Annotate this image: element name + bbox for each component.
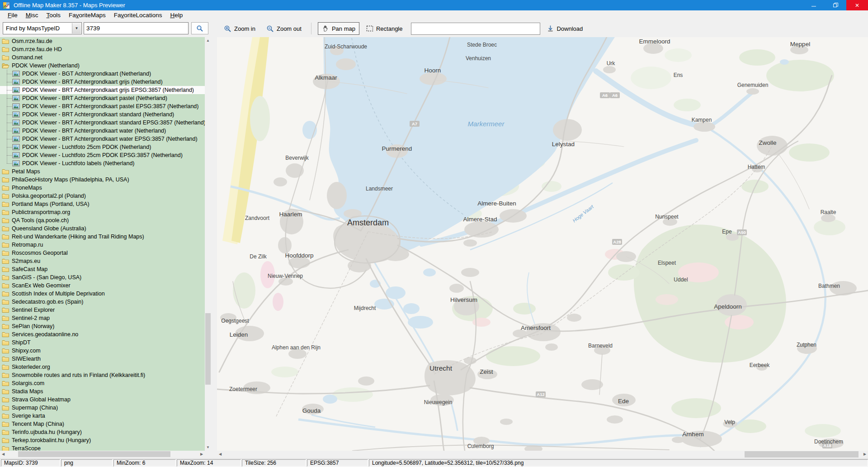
download-button[interactable]: Download (543, 22, 587, 35)
list-item[interactable]: SafeCast Map (0, 265, 205, 273)
tree-vscroll-thumb[interactable] (205, 313, 211, 385)
list-item[interactable]: Reit-und Wanderkarte (Hiking and Trail R… (0, 233, 205, 241)
list-item[interactable]: Osm.rrze.fau.de HD (0, 45, 205, 53)
tree-hscroll-thumb[interactable] (18, 451, 170, 457)
folder-icon (2, 372, 9, 378)
minimize-button[interactable] (803, 0, 825, 10)
find-mode-select[interactable]: Find by MapsTypeID ▼ (3, 22, 82, 34)
list-item[interactable]: PDOK Viewer - BGT Achtergrondkaart (Neth… (0, 70, 205, 78)
list-item[interactable]: Strava Global Heatmap (0, 396, 205, 404)
list-item[interactable]: PhoneMaps (0, 184, 205, 192)
list-item[interactable]: Supermap (China) (0, 404, 205, 412)
list-item[interactable]: Osmand.net (0, 53, 205, 62)
scroll-up-icon[interactable]: ▲ (205, 37, 211, 44)
list-item[interactable]: Queensland Globe (Australia) (0, 224, 205, 233)
zoom-in-label: Zoom in (234, 25, 255, 32)
map-scroll-right-icon[interactable]: ▶ (862, 451, 868, 458)
list-item[interactable]: PDOK Viewer - BRT Achtergrondkaart grijs… (0, 86, 205, 94)
list-item[interactable]: Petal Maps (0, 167, 205, 176)
list-item[interactable]: Shipxy.com (0, 347, 205, 355)
list-item[interactable]: Sentinel Explorer (0, 306, 205, 314)
list-item[interactable]: QA Tools (qa.poole.ch) (0, 216, 205, 224)
folder-icon (2, 380, 9, 386)
list-item[interactable]: Stadia Maps (0, 387, 205, 396)
folder-icon (2, 46, 9, 52)
list-item-label: Services.geodataonline.no (12, 331, 78, 338)
list-item[interactable]: PDOK Viewer - BRT Achtergrondkaart water… (0, 135, 205, 143)
list-item[interactable]: Portland Maps (Portland, USA) (0, 200, 205, 208)
rectangle-button[interactable]: Rectangle (362, 23, 407, 35)
list-item[interactable]: SePlan (Norway) (0, 322, 205, 330)
map-viewport[interactable]: A7A6A6A28A50A12A18 Zuid-ScharwoudeStede … (217, 37, 868, 451)
list-item[interactable]: Scottish Index of Multiple Deprivation (0, 290, 205, 298)
toolbar-input[interactable] (411, 23, 540, 35)
scroll-right-icon[interactable]: ▶ (198, 451, 205, 457)
list-item[interactable]: PDOK Viewer - BRT Achtergrondkaart grijs… (0, 78, 205, 86)
tree-vertical-scrollbar[interactable]: ▲ ▼ (205, 37, 211, 451)
menu-item[interactable]: File (4, 11, 22, 19)
list-item[interactable]: SanGIS - (San Diego, USA) (0, 273, 205, 281)
menu-item[interactable]: Tools (42, 11, 65, 19)
list-item[interactable]: ScanEx Web Geomixer (0, 281, 205, 290)
pan-map-button[interactable]: Pan map (318, 22, 359, 35)
map-horizontal-scrollbar[interactable]: ◀ ▶ (217, 451, 868, 458)
search-input[interactable] (84, 22, 189, 34)
list-item[interactable]: ShipDT (0, 338, 205, 347)
list-item[interactable]: Tencent Map (China) (0, 420, 205, 428)
list-item[interactable]: SIWEIearth (0, 355, 205, 363)
list-item[interactable]: Terinfo.ujbuda.hu (Hungary) (0, 428, 205, 436)
search-button[interactable] (191, 22, 208, 34)
scroll-down-icon[interactable]: ▼ (205, 444, 211, 451)
list-item[interactable]: PDOK Viewer - BRT Achtergrondkaart stand… (0, 110, 205, 119)
map-label: Arnhem (682, 431, 703, 438)
map-label: Uddel (674, 276, 688, 283)
tree-connector (7, 123, 12, 123)
list-item[interactable]: Services.geodataonline.no (0, 330, 205, 338)
list-item[interactable]: PDOK Viewer - BRT Achtergrondkaart water… (0, 127, 205, 135)
menu-item[interactable]: FavoriteLocations (110, 11, 166, 19)
menu-item[interactable]: Misc (22, 11, 42, 19)
road-shield: A6 (610, 92, 620, 98)
list-item[interactable]: TerraScope (0, 444, 205, 451)
list-item[interactable]: Skoterleder.org (0, 363, 205, 371)
zoom-out-button[interactable]: Zoom out (262, 22, 306, 35)
title-bar[interactable]: Offline Map Maker 8.357 - Maps Previewer… (0, 0, 868, 10)
list-item[interactable]: Publictransportmap.org (0, 208, 205, 216)
tree-horizontal-scrollbar[interactable]: ◀ ▶ (0, 451, 205, 457)
zoom-in-button[interactable]: Zoom in (220, 22, 259, 35)
list-item[interactable]: Osm.rrze.fau.de (0, 37, 205, 45)
map-layer-icon (12, 144, 20, 150)
panel-splitter[interactable] (211, 17, 217, 438)
list-item[interactable]: Sedecatastro.gob.es (Spain) (0, 298, 205, 306)
folder-icon (2, 242, 9, 248)
list-item[interactable]: Roscosmos Geoportal (0, 249, 205, 257)
maximize-button[interactable] (825, 0, 846, 10)
list-item[interactable]: PDOK Viewer - BRT Achtergrondkaart paste… (0, 94, 205, 102)
map-label: Urk (607, 60, 616, 67)
list-item[interactable]: PhilaGeoHistory Maps (Philadelphia, PA, … (0, 176, 205, 184)
list-item[interactable]: PDOK Viewer - BRT Achtergrondkaart stand… (0, 119, 205, 127)
list-item[interactable]: Sentinel-2 map (0, 314, 205, 322)
scroll-left-icon[interactable]: ◀ (0, 451, 6, 457)
map-canvas[interactable]: A7A6A6A28A50A12A18 Zuid-ScharwoudeStede … (217, 37, 868, 451)
list-item[interactable]: Polska.geoportal2.pl (Poland) (0, 192, 205, 200)
toolbar-separator (311, 23, 311, 34)
list-item[interactable]: Terkep.torokbalint.hu (Hungary) (0, 436, 205, 444)
list-item[interactable]: Retromap.ru (0, 241, 205, 249)
menu-item[interactable]: Help (166, 11, 187, 19)
chevron-down-icon[interactable]: ▼ (72, 23, 81, 33)
menu-item[interactable]: FavoriteMaps (65, 11, 110, 19)
list-item[interactable]: PDOK Viewer - BRT Achtergrondkaart paste… (0, 102, 205, 110)
list-item[interactable]: Snowmobile routes and ruts in Finland (K… (0, 371, 205, 379)
list-item[interactable]: S2maps.eu (0, 257, 205, 265)
list-item[interactable]: PDOK Viewer - Luchtfoto 25cm PDOK (Nethe… (0, 143, 205, 151)
list-item[interactable]: Sverige karta (0, 412, 205, 420)
map-scroll-left-icon[interactable]: ◀ (217, 451, 223, 458)
map-label: Elspeet (658, 260, 676, 266)
list-item[interactable]: Solargis.com (0, 379, 205, 387)
close-button[interactable]: ✕ (846, 0, 868, 10)
list-item[interactable]: PDOK Viewer - Luchtfoto labels (Netherla… (0, 159, 205, 167)
list-item[interactable]: PDOK Viewer - Luchtfoto 25cm PDOK EPSG:3… (0, 151, 205, 159)
map-hscroll-thumb[interactable] (745, 451, 859, 457)
list-item[interactable]: PDOK Viewer (Netherland) (0, 62, 205, 70)
